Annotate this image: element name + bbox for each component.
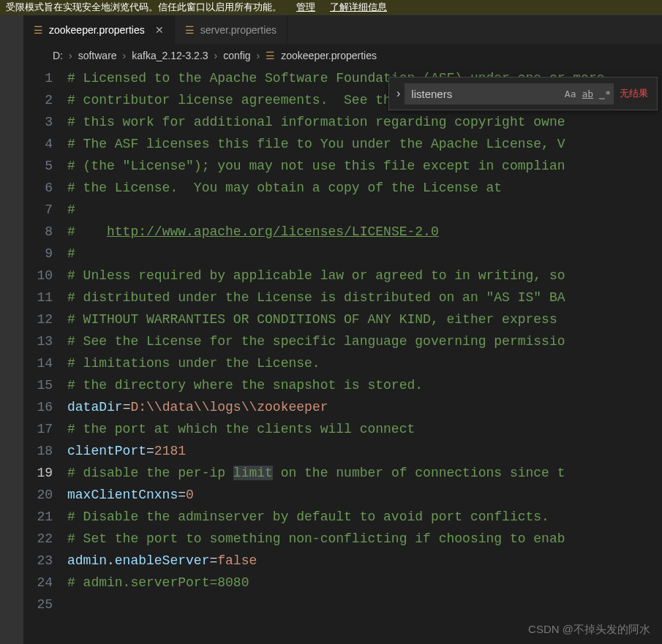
chevron-right-icon: › bbox=[257, 50, 260, 61]
match-case-toggle[interactable]: Aa bbox=[562, 87, 579, 101]
settings-icon: ☰ bbox=[185, 24, 195, 36]
chevron-right-icon: › bbox=[123, 50, 127, 61]
watermark: CSDN @不掉头发的阿水 bbox=[528, 623, 650, 637]
tab-zookeeper-properties[interactable]: ☰ zookeeper.properties ✕ bbox=[23, 15, 175, 44]
breadcrumb-seg[interactable]: config bbox=[223, 50, 250, 61]
breadcrumb-seg[interactable]: software bbox=[78, 50, 117, 61]
regex-toggle[interactable]: ⎯* bbox=[596, 87, 614, 101]
breadcrumb-seg[interactable]: zookeeper.properties bbox=[281, 50, 377, 61]
match-whole-word-toggle[interactable]: ab bbox=[579, 87, 597, 101]
code-editor[interactable]: 1234567891011121314151617181920212223242… bbox=[23, 67, 662, 615]
tab-label: zookeeper.properties bbox=[49, 24, 145, 36]
settings-icon: ☰ bbox=[266, 50, 275, 61]
code-content[interactable]: # Licensed to the Apache Software Founda… bbox=[67, 67, 662, 615]
line-number-gutter: 1234567891011121314151617181920212223242… bbox=[31, 67, 67, 615]
chevron-right-icon: › bbox=[69, 50, 72, 61]
banner-text: 受限模式旨在实现安全地浏览代码。信任此窗口以启用所有功能。 bbox=[6, 1, 282, 14]
chevron-right-icon: › bbox=[214, 50, 218, 61]
close-icon[interactable]: ✕ bbox=[155, 24, 164, 36]
breadcrumb[interactable]: D:› software› kafka_2.12-3.2.3› config› … bbox=[23, 44, 662, 67]
chevron-right-icon[interactable]: › bbox=[392, 87, 405, 100]
activity-bar[interactable] bbox=[0, 15, 23, 644]
breadcrumb-seg[interactable]: kafka_2.12-3.2.3 bbox=[132, 50, 208, 61]
restricted-mode-banner: 受限模式旨在实现安全地浏览代码。信任此窗口以启用所有功能。 管理 了解详细信息 bbox=[0, 0, 662, 15]
breadcrumb-seg[interactable]: D: bbox=[53, 50, 63, 61]
search-input[interactable] bbox=[405, 83, 562, 105]
tab-server-properties[interactable]: ☰ server.properties bbox=[175, 15, 287, 44]
banner-learnmore-link[interactable]: 了解详细信息 bbox=[330, 1, 387, 14]
find-widget: › Aa ab ⎯* 无结果 bbox=[388, 77, 658, 110]
editor-tabs: ☰ zookeeper.properties ✕ ☰ server.proper… bbox=[23, 15, 662, 44]
banner-manage-link[interactable]: 管理 bbox=[296, 1, 315, 14]
tab-label: server.properties bbox=[200, 24, 277, 36]
search-result-count: 无结果 bbox=[614, 87, 654, 100]
settings-icon: ☰ bbox=[34, 24, 43, 36]
